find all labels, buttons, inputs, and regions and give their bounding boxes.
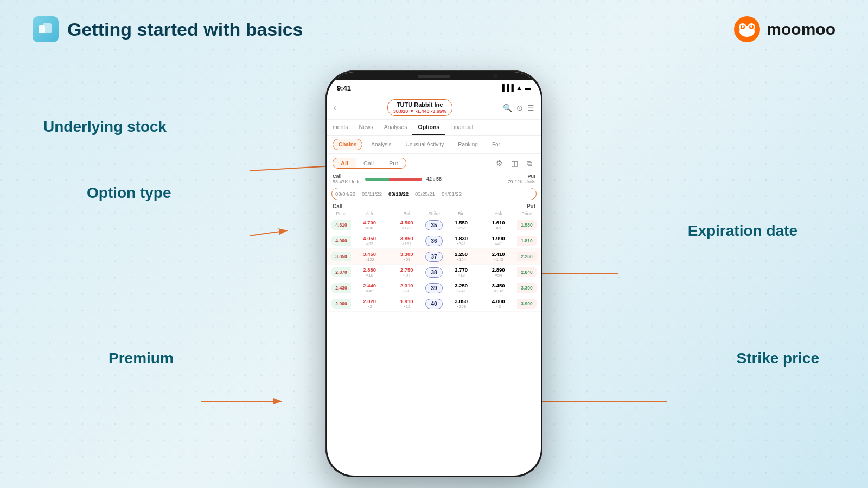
put-price-3: 2.840: [517, 267, 537, 277]
call-ask-0[interactable]: 4.700 ×88: [351, 217, 388, 233]
put-bid-5[interactable]: 3.850 ×268: [443, 296, 480, 311]
put-ask-5[interactable]: 4.000 ×3: [480, 296, 518, 311]
subtab-bar: Chains Analysis Unusual Activity Ranking…: [327, 136, 541, 154]
call-price-5: 2.000: [331, 299, 351, 309]
call-bid-5[interactable]: 1.910 ×12: [388, 296, 426, 311]
option-type-call[interactable]: Call: [356, 158, 381, 168]
phone-speaker: [418, 75, 450, 78]
put-bid-3[interactable]: 2.770 ×12: [443, 265, 480, 280]
expiration-date-selector: 03/04/22 03/11/22 03/18/22 03/25/21 04/0…: [331, 188, 537, 200]
page-header: Getting started with basics moomoo: [0, 0, 868, 43]
tab-news[interactable]: News: [354, 120, 379, 135]
table-row: 3.850 3.450 ×122 3.300 ×53 37 2.250 ×154: [327, 249, 541, 265]
col-ask-call: Ask: [351, 211, 388, 216]
svg-line-14: [250, 230, 288, 236]
col-ask-put: Ask: [480, 211, 518, 216]
put-ask-4[interactable]: 3.450 ×132: [480, 280, 518, 296]
stock-price: 38.010: [393, 108, 409, 114]
tab-financial[interactable]: Financial: [445, 120, 478, 135]
call-put-headers: Call Put: [327, 202, 541, 210]
put-price-0: 1.580: [517, 220, 537, 230]
tab-bar: ments News Analyses Options Financial: [327, 120, 541, 136]
phone-screen: 9:41 ▐▐▐ ▲ ▬ ‹ TUTU Rabbit Inc 38.010 ▼: [327, 72, 541, 476]
tab-ments[interactable]: ments: [327, 120, 354, 135]
strike-1: 36: [425, 236, 443, 246]
table-row: 2.430 2.440 ×42 2.310 ×70 39 3.250 ×241: [327, 280, 541, 296]
subtab-ranking[interactable]: Ranking: [452, 139, 483, 150]
col-price-put: Price: [517, 211, 537, 216]
filter-icon[interactable]: ⚙: [493, 157, 505, 169]
search-icon[interactable]: 🔍: [503, 104, 512, 112]
col-bid-put: Bid: [443, 211, 480, 216]
volume-row: Call 58.47K Units 42 : 58 Put 79.22K Uni…: [327, 172, 541, 185]
option-type-selector: All Call Put: [333, 158, 406, 169]
stock-price-row: 38.010 ▼ -1.440 -3.65%: [393, 108, 446, 115]
stock-arrow: ▼: [410, 108, 416, 114]
phone-notch: [327, 72, 541, 80]
call-price-4: 2.430: [331, 283, 351, 293]
annotation-premium: Premium: [108, 350, 174, 367]
copy-icon[interactable]: ⧉: [524, 157, 535, 169]
call-bid-4[interactable]: 2.310 ×70: [388, 280, 426, 296]
battery-icon: ▬: [525, 84, 531, 92]
option-type-put[interactable]: Put: [381, 158, 406, 168]
call-ask-3[interactable]: 2.880 ×10: [351, 265, 388, 280]
call-ask-5[interactable]: 2.020 ×2: [351, 296, 388, 311]
more-icon[interactable]: ⊙: [516, 104, 523, 112]
moomoo-logo: moomoo: [733, 15, 835, 43]
stock-header-center: TUTU Rabbit Inc 38.010 ▼ -1.440 -3.65%: [387, 99, 452, 117]
table-row: 2.870 2.880 ×10 2.750 ×97 38 2.770 ×12: [327, 265, 541, 280]
subtab-unusual[interactable]: Unusual Activity: [400, 139, 450, 150]
put-bid-0[interactable]: 1.550 ×52: [443, 217, 480, 233]
put-ask-3[interactable]: 2.890 ×54: [480, 265, 518, 280]
call-bid-1[interactable]: 3.850 ×192: [388, 233, 426, 248]
option-type-all[interactable]: All: [333, 158, 356, 168]
annotation-underlying-stock: Underlying stock: [43, 118, 167, 136]
call-ask-4[interactable]: 2.440 ×42: [351, 280, 388, 296]
app-header: ‹ TUTU Rabbit Inc 38.010 ▼ -1.440 -3.65%…: [327, 96, 541, 120]
subtab-analysis[interactable]: Analysis: [366, 139, 397, 150]
call-ask-2[interactable]: 3.450 ×122: [351, 249, 388, 264]
exp-date-2[interactable]: 03/18/22: [385, 188, 412, 200]
subtab-for[interactable]: For: [487, 139, 506, 150]
annotation-strike-price: Strike price: [736, 350, 819, 367]
wifi-icon: ▲: [516, 84, 522, 92]
status-bar: 9:41 ▐▐▐ ▲ ▬: [327, 80, 541, 96]
exp-date-1[interactable]: 03/11/22: [359, 188, 385, 200]
call-price-2: 3.850: [331, 252, 351, 261]
annotation-option-type: Option type: [87, 184, 171, 202]
call-ask-1[interactable]: 4.050 ×62: [351, 233, 388, 248]
signal-icon: ▐▐▐: [500, 84, 514, 92]
put-bid-4[interactable]: 3.250 ×241: [443, 280, 480, 296]
put-volume-label: Put 79.22K Units: [507, 174, 535, 184]
call-bid-2[interactable]: 3.300 ×53: [388, 249, 426, 264]
put-price-1: 1.810: [517, 236, 537, 246]
call-bid-0[interactable]: 4.500 ×129: [388, 217, 426, 233]
put-bid-2[interactable]: 2.250 ×154: [443, 249, 480, 264]
exp-date-0[interactable]: 03/04/22: [332, 188, 359, 200]
call-bid-3[interactable]: 2.750 ×97: [388, 265, 426, 280]
volume-bar-call: [365, 178, 389, 181]
put-ask-1[interactable]: 1.990 ×41: [480, 233, 518, 248]
menu-icon[interactable]: ☰: [527, 104, 534, 112]
exp-date-4[interactable]: 04/01/22: [438, 188, 465, 200]
view-icon[interactable]: ◫: [508, 157, 520, 169]
put-bid-1[interactable]: 1.830 ×341: [443, 233, 480, 248]
strike-3: 38: [425, 267, 443, 278]
tab-options[interactable]: Options: [412, 120, 445, 135]
filter-icons: ⚙ ◫ ⧉: [493, 157, 535, 169]
tab-analyses[interactable]: Analyses: [379, 120, 413, 135]
stock-change: -1.440: [416, 108, 430, 114]
back-button[interactable]: ‹: [334, 103, 336, 113]
stock-name-badge[interactable]: TUTU Rabbit Inc 38.010 ▼ -1.440 -3.65%: [387, 99, 452, 117]
put-ask-0[interactable]: 1.610 ×5: [480, 217, 518, 233]
table-row: 4.000 4.050 ×62 3.850 ×192 36 1.830 ×341: [327, 233, 541, 249]
strike-0: 35: [425, 220, 443, 230]
strike-5: 40: [425, 299, 443, 309]
page-title: Getting started with basics: [67, 19, 303, 40]
header-left: Getting started with basics: [33, 16, 303, 42]
exp-date-3[interactable]: 03/25/21: [412, 188, 438, 200]
subtab-chains[interactable]: Chains: [333, 139, 362, 150]
volume-bar: [365, 178, 422, 181]
put-ask-2[interactable]: 2.410 ×142: [480, 249, 518, 264]
